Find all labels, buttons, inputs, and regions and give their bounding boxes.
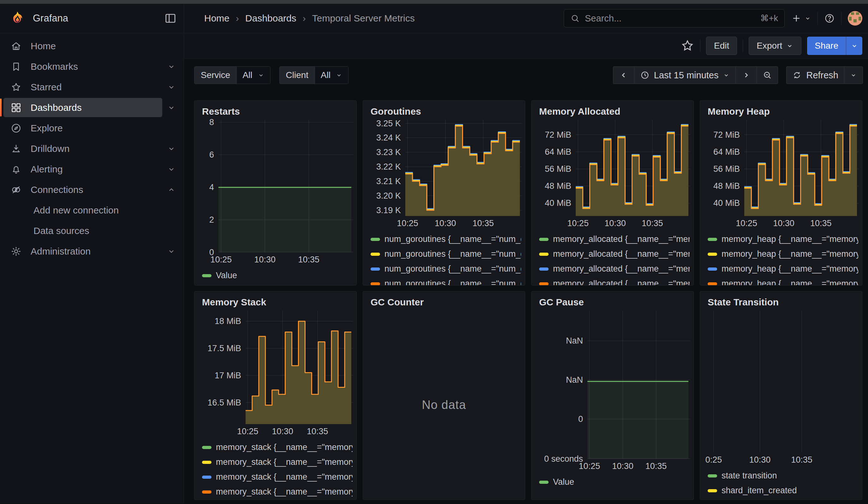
sidebar-item-explore[interactable]: Explore [0,118,184,138]
share-menu-button[interactable] [846,37,862,55]
sidebar-item-data-sources[interactable]: Data sources [0,220,184,241]
export-button[interactable]: Export [749,37,802,55]
legend-item[interactable]: Value [202,268,353,283]
legend-item[interactable]: memory_allocated {__name__="memo [539,261,690,276]
service-filter-value[interactable]: All [236,66,270,84]
nav-right: ⌘+k [564,9,868,28]
panel-title[interactable]: Goroutines [367,103,521,120]
sidebar-item-drilldown[interactable]: Drilldown [0,138,184,159]
legend-item[interactable]: memory_heap {__name__="memory_h [707,247,858,261]
client-filter[interactable]: Client All [279,66,349,84]
legend-item[interactable]: num_goroutines {__name__="num_go [371,232,521,247]
chevron-down-icon[interactable] [162,56,180,77]
legend-item[interactable]: state transition [707,468,858,483]
chart[interactable] [704,310,859,453]
search-box[interactable]: ⌘+k [564,9,785,28]
legend-item[interactable]: num_goroutines {__name__="num_go [371,261,521,276]
edit-button[interactable]: Edit [706,37,737,55]
panel-title[interactable]: State Transition [704,294,858,310]
time-shift-back-button[interactable] [613,66,634,84]
sidebar-item-add-new-connection[interactable]: Add new connection [0,200,184,220]
sidebar-link[interactable]: Starred [3,78,162,96]
pane-toggle-icon[interactable] [164,12,177,25]
time-range-picker[interactable]: Last 15 minutes [634,66,736,84]
panel-title[interactable]: GC Counter [367,294,521,310]
chart[interactable]: 86420 [198,120,353,252]
search-input[interactable] [585,13,755,24]
x-axis-labels: 10:2510:3010:35 [704,216,858,230]
legend-item[interactable]: memory_allocated {__name__="memo [539,232,690,247]
panel-memory-stack: Memory Stack18 MiB17.5 MiB17 MiB16.5 MiB… [194,291,356,500]
time-shift-forward-button[interactable] [735,66,757,84]
legend-item[interactable]: memory_stack {__name__="memory_s [202,484,353,499]
breadcrumb-item-dashboards[interactable]: Dashboards [245,13,296,24]
panel-title[interactable]: GC Pause [535,294,690,310]
sidebar-link[interactable]: Drilldown [3,139,162,158]
x-axis-labels: 0:2510:3010:35 [704,453,858,467]
legend-item[interactable]: memory_stack {__name__="memory_s [202,470,353,484]
chart[interactable]: NaNNaN00 seconds [535,310,690,459]
toolbar-divider [743,40,743,52]
sidebar-item-home[interactable]: Home [0,36,184,56]
svg-text:0: 0 [578,414,583,424]
legend-item[interactable]: memory_heap {__name__="memory_h [707,261,858,276]
breadcrumb-item-home[interactable]: Home [204,13,229,24]
legend-item[interactable]: shard_item_created [707,483,858,498]
plus-icon [791,13,802,24]
sidebar-item-bookmarks[interactable]: Bookmarks [0,56,184,77]
sidebar-link[interactable]: Explore [3,119,162,138]
chevron-down-icon[interactable] [162,138,180,159]
chevron-down-icon[interactable] [162,241,180,261]
chevron-down-icon[interactable] [162,77,180,97]
svg-text:3.25 K: 3.25 K [376,119,401,128]
sidebar-item-alerting[interactable]: Alerting [0,159,184,179]
legend-item[interactable]: Value [539,475,690,490]
panel-title[interactable]: Restarts [198,103,353,120]
chevron-down-icon[interactable] [162,159,180,179]
sidebar-link[interactable]: Administration [3,241,162,261]
refresh-interval-button[interactable] [844,66,862,84]
star-dashboard-button[interactable] [681,39,694,53]
sidebar-link[interactable]: Home [3,36,162,55]
sidebar-item-connections[interactable]: Connections [0,179,184,200]
service-filter[interactable]: Service All [194,66,270,84]
sidebar-link[interactable]: Bookmarks [3,57,162,76]
chevron-down-icon[interactable] [162,97,180,118]
avatar[interactable] [848,11,862,25]
chart[interactable]: 72 MiB64 MiB56 MiB48 MiB40 MiB [535,120,690,216]
add-new-button[interactable] [791,13,811,24]
panel-title[interactable]: Memory Heap [704,103,858,120]
sidebar-link[interactable]: Connections [3,180,162,199]
zoom-out-button[interactable] [757,66,778,84]
chart[interactable]: 72 MiB64 MiB56 MiB48 MiB40 MiB [704,120,859,216]
sidebar-item-starred[interactable]: Starred [0,77,184,97]
sidebar-link[interactable]: Dashboards [3,98,162,117]
legend-label: memory_heap {__name__="memory_h [722,264,858,274]
sidebar-item-dashboards[interactable]: Dashboards [0,97,184,118]
sidebar-link[interactable]: Data sources [3,221,162,240]
chevron-up-icon[interactable] [162,179,180,200]
client-filter-value[interactable]: All [315,66,348,84]
legend-item[interactable]: num_goroutines {__name__="num_go [371,247,521,261]
legend-item[interactable]: num_goroutines {__name__="num_go [371,276,521,285]
sidebar-item-administration[interactable]: Administration [0,241,184,261]
x-tick-label: 10:35 [791,455,813,465]
sidebar-link[interactable]: Alerting [3,160,162,179]
chart[interactable]: 3.25 K3.24 K3.23 K3.22 K3.21 K3.20 K3.19… [367,120,522,216]
legend-item[interactable]: memory_stack {__name__="memory_s [202,440,353,455]
legend-item[interactable]: memory_heap {__name__="memory_h [707,276,858,285]
x-tick-label: 10:30 [773,218,794,228]
legend-item[interactable]: memory_allocated {__name__="memo [539,247,690,261]
chart[interactable]: 18 MiB17.5 MiB17 MiB16.5 MiB [198,310,353,424]
share-button[interactable]: Share [807,37,846,55]
legend-item[interactable]: memory_stack {__name__="memory_s [202,455,353,470]
legend-item[interactable]: memory_heap {__name__="memory_h [707,232,858,247]
sidebar-link[interactable]: Add new connection [3,200,162,220]
sidebar-item-label: Dashboards [31,102,82,113]
legend-label: Value [216,271,237,280]
help-button[interactable] [824,13,835,24]
panel-title[interactable]: Memory Stack [198,294,353,310]
panel-title[interactable]: Memory Allocated [535,103,690,120]
refresh-button[interactable]: Refresh [787,66,844,84]
legend-item[interactable]: memory_allocated {__name__="memo [539,276,690,285]
